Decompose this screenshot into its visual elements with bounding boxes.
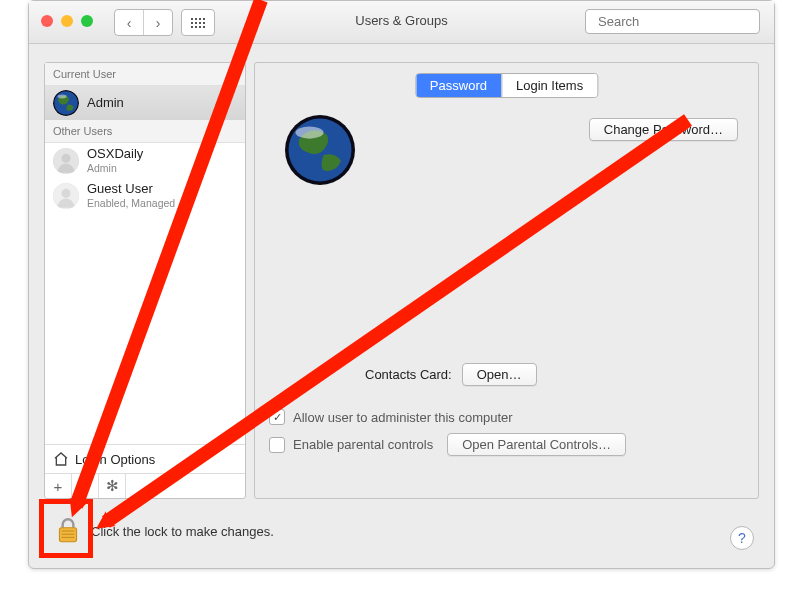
user-actions-button[interactable]: ✻: [99, 474, 126, 498]
lock-row: Click the lock to make changes.: [55, 516, 274, 546]
home-icon: [53, 451, 69, 467]
contacts-card-label: Contacts Card:: [365, 367, 452, 382]
open-contacts-button[interactable]: Open…: [462, 363, 537, 386]
tab-password[interactable]: Password: [416, 74, 501, 97]
plus-icon: +: [54, 478, 63, 495]
add-user-button[interactable]: +: [45, 474, 72, 498]
gear-icon: ✻: [106, 477, 119, 495]
svg-point-6: [61, 188, 70, 197]
help-button[interactable]: ?: [730, 526, 754, 550]
remove-user-button[interactable]: −: [72, 474, 99, 498]
sidebar-user-osxdaily[interactable]: OSXDaily Admin: [45, 143, 245, 178]
sidebar-user-name: OSXDaily: [87, 147, 143, 162]
sidebar-user-role: Admin: [87, 162, 143, 174]
preferences-window: ‹ › Users & Groups Current User: [28, 0, 775, 569]
user-picture[interactable]: [285, 115, 355, 185]
sidebar-user-admin[interactable]: Admin: [45, 86, 245, 120]
sidebar-header-current: Current User: [45, 63, 245, 86]
sidebar-user-role: Enabled, Managed: [87, 197, 175, 209]
lock-hint: Click the lock to make changes.: [91, 524, 274, 539]
avatar: [53, 148, 79, 174]
silhouette-icon: [53, 183, 79, 209]
parental-controls-checkbox[interactable]: [269, 437, 285, 453]
svg-point-4: [61, 153, 70, 162]
search-field[interactable]: [585, 9, 760, 34]
earth-icon: [53, 90, 79, 116]
allow-admin-checkbox[interactable]: ✓: [269, 409, 285, 425]
search-input[interactable]: [596, 13, 768, 30]
sidebar-user-name: Admin: [87, 96, 124, 111]
open-parental-controls-button[interactable]: Open Parental Controls…: [447, 433, 626, 456]
avatar: [53, 183, 79, 209]
parental-controls-row: Enable parental controls Open Parental C…: [269, 433, 744, 456]
contacts-card-row: Contacts Card: Open…: [365, 363, 537, 386]
titlebar: ‹ › Users & Groups: [29, 1, 774, 44]
avatar: [53, 90, 79, 116]
sidebar-header-other: Other Users: [45, 120, 245, 143]
tab-login-items[interactable]: Login Items: [501, 74, 597, 97]
question-icon: ?: [738, 530, 746, 546]
login-options-label: Login Options: [75, 452, 155, 467]
sidebar-user-guest[interactable]: Guest User Enabled, Managed: [45, 178, 245, 213]
users-sidebar: Current User Admin: [44, 62, 246, 499]
user-detail-panel: Password Login Items Change Password… Co…: [254, 62, 759, 499]
sidebar-toolbar: + − ✻: [45, 473, 245, 498]
allow-admin-row: ✓ Allow user to administer this computer: [269, 409, 744, 425]
tabs: Password Login Items: [415, 73, 598, 98]
lock-icon[interactable]: [55, 516, 81, 546]
svg-point-2: [58, 95, 67, 99]
allow-admin-label: Allow user to administer this computer: [293, 410, 513, 425]
silhouette-icon: [53, 148, 79, 174]
minus-icon: −: [81, 478, 90, 495]
change-password-button[interactable]: Change Password…: [589, 118, 738, 141]
svg-point-9: [296, 126, 324, 138]
login-options-row[interactable]: Login Options: [45, 444, 245, 473]
sidebar-user-name: Guest User: [87, 182, 175, 197]
parental-controls-label: Enable parental controls: [293, 437, 433, 452]
